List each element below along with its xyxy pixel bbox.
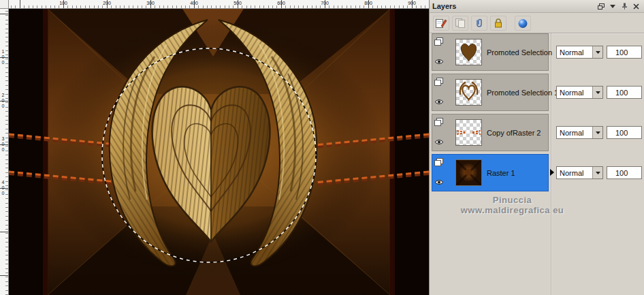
watermark-line2: www.maldiregrafica.eu — [430, 205, 595, 215]
raster-layer-icon — [434, 157, 443, 169]
layer-name: Promoted Selection 1 — [487, 74, 558, 110]
palette-header[interactable]: Layers — [430, 0, 644, 13]
layer-row-controls: Normal 100 — [551, 114, 644, 151]
layer-thumbnail[interactable] — [455, 79, 482, 106]
canvas-artwork — [9, 9, 429, 295]
layer-name: Raster 1 — [487, 155, 515, 191]
raster-layer-icon — [434, 117, 443, 129]
chevron-down-icon[interactable] — [592, 46, 602, 58]
ruler-label: 500 — [234, 0, 242, 6]
pane-splitter-arrow — [550, 169, 554, 176]
layer-row[interactable]: Promoted Selection 1 Normal 100 — [430, 74, 644, 111]
visibility-eye-icon[interactable] — [434, 176, 444, 188]
link-layers-button[interactable] — [471, 16, 487, 31]
ruler-label: 200 — [1, 93, 5, 109]
layer-name: Promoted Selection — [487, 34, 552, 70]
watermark: Pinuccia www.maldiregrafica.eu — [430, 195, 644, 215]
layers-palette: Layers — [429, 0, 644, 295]
blend-mode-dropdown[interactable]: Normal — [556, 126, 603, 139]
layer-row-left[interactable]: Promoted Selection — [432, 33, 549, 71]
layer-row-left[interactable]: Promoted Selection 1 — [432, 74, 549, 111]
visibility-eye-icon[interactable] — [434, 95, 444, 108]
menu-chevron-icon[interactable] — [607, 1, 618, 11]
layer-row-left[interactable]: Raster 1 — [432, 154, 549, 191]
layer-thumbnail[interactable] — [455, 39, 482, 65]
ruler-label: 600 — [277, 0, 285, 6]
chevron-down-icon[interactable] — [592, 127, 602, 138]
blend-mode-dropdown[interactable]: Normal — [556, 86, 603, 99]
ruler-label: 400 — [190, 0, 198, 6]
edit-selection-button[interactable] — [515, 16, 531, 31]
layer-thumbnail[interactable] — [455, 159, 482, 186]
canvas-area: 100 200 300 400 500 600 700 800 900 100 … — [0, 0, 429, 295]
ruler-label: 300 — [146, 0, 155, 6]
watermark-line1: Pinuccia — [430, 195, 595, 205]
ruler-label: 400 — [1, 180, 5, 196]
raster-layer-icon — [434, 76, 443, 89]
ruler-label: 800 — [364, 0, 372, 6]
chevron-down-icon[interactable] — [592, 87, 602, 98]
ruler-corner — [0, 0, 9, 9]
layer-row[interactable]: Raster 1 Normal 100 — [430, 154, 644, 191]
ruler-label: 100 — [1, 49, 5, 65]
opacity-field[interactable]: 100 — [607, 166, 642, 179]
visibility-eye-icon[interactable] — [434, 55, 444, 67]
visibility-eye-icon[interactable] — [434, 136, 444, 148]
ruler-label: 900 — [408, 0, 416, 6]
layer-row-left[interactable]: Copy ofRaster 2 — [432, 114, 549, 151]
horizontal-ruler: 100 200 300 400 500 600 700 800 900 — [9, 0, 429, 9]
blend-mode-dropdown[interactable]: Normal — [556, 166, 603, 179]
psp-window: 100 200 300 400 500 600 700 800 900 100 … — [0, 0, 644, 295]
ruler-label: 300 — [1, 136, 5, 153]
layer-row-controls: Normal 100 — [551, 33, 644, 71]
ruler-label: 700 — [321, 0, 329, 6]
layer-row-controls: Normal 100 — [551, 74, 644, 111]
ruler-label: 100 — [59, 0, 67, 6]
blend-mode-value: Normal — [560, 89, 583, 97]
layer-row[interactable]: Copy ofRaster 2 Normal 100 — [430, 114, 644, 151]
opacity-field[interactable]: 100 — [607, 86, 642, 99]
blend-mode-value: Normal — [560, 169, 583, 177]
raster-layer-icon — [434, 36, 443, 48]
layer-list: Promoted Selection Normal 100 — [430, 33, 644, 295]
layers-toolbar — [430, 13, 644, 33]
chevron-down-icon[interactable] — [592, 167, 602, 178]
layer-row[interactable]: Promoted Selection Normal 100 — [430, 33, 644, 71]
restore-icon[interactable] — [596, 1, 607, 11]
blend-mode-value: Normal — [560, 48, 583, 57]
layer-thumbnail[interactable] — [455, 119, 482, 146]
image-canvas[interactable] — [9, 9, 429, 295]
close-icon[interactable] — [630, 1, 641, 11]
blend-mode-value: Normal — [560, 129, 583, 137]
opacity-field[interactable]: 100 — [607, 126, 642, 139]
palette-title: Layers — [432, 2, 595, 10]
lock-transparency-button[interactable] — [490, 16, 506, 31]
blend-mode-dropdown[interactable]: Normal — [556, 46, 603, 59]
vertical-ruler: 100 200 300 400 — [0, 9, 9, 295]
opacity-field[interactable]: 100 — [607, 46, 642, 59]
layer-name: Copy ofRaster 2 — [487, 114, 541, 151]
duplicate-layer-button[interactable] — [452, 16, 468, 31]
layer-row-controls: Normal 100 — [551, 154, 644, 191]
ruler-label: 200 — [103, 0, 111, 6]
pin-icon[interactable] — [619, 1, 630, 11]
new-layer-button[interactable] — [433, 16, 449, 31]
